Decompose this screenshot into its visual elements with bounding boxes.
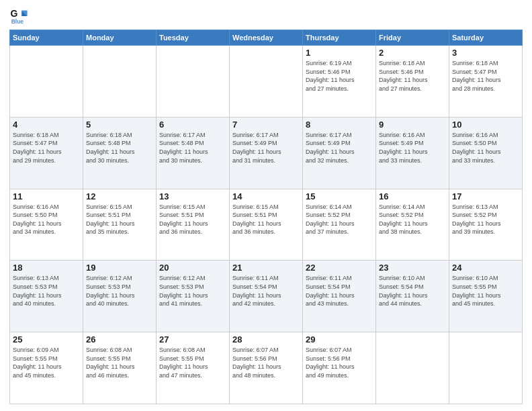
day-info: Sunrise: 6:07 AM Sunset: 5:56 PM Dayligh…: [232, 346, 300, 379]
calendar-cell: 12Sunrise: 6:15 AM Sunset: 5:51 PM Dayli…: [83, 189, 157, 261]
day-info: Sunrise: 6:16 AM Sunset: 5:49 PM Dayligh…: [379, 131, 446, 165]
day-number: 18: [13, 263, 80, 273]
calendar-body: 1Sunrise: 6:19 AM Sunset: 5:46 PM Daylig…: [10, 46, 523, 404]
day-info: Sunrise: 6:16 AM Sunset: 5:50 PM Dayligh…: [13, 203, 80, 236]
day-info: Sunrise: 6:18 AM Sunset: 5:46 PM Dayligh…: [379, 59, 446, 93]
weekday-header-thursday: Thursday: [303, 30, 376, 46]
day-info: Sunrise: 6:18 AM Sunset: 5:47 PM Dayligh…: [452, 59, 519, 93]
day-number: 25: [13, 334, 80, 345]
calendar-cell: 21Sunrise: 6:11 AM Sunset: 5:54 PM Dayli…: [230, 261, 303, 332]
day-info: Sunrise: 6:11 AM Sunset: 5:54 PM Dayligh…: [306, 274, 373, 308]
calendar-cell: 11Sunrise: 6:16 AM Sunset: 5:50 PM Dayli…: [10, 189, 83, 261]
calendar-cell: [10, 46, 83, 118]
day-number: 12: [86, 191, 153, 201]
day-number: 14: [232, 191, 300, 201]
calendar-cell: 27Sunrise: 6:08 AM Sunset: 5:55 PM Dayli…: [157, 332, 230, 404]
day-number: 19: [86, 263, 153, 273]
day-info: Sunrise: 6:10 AM Sunset: 5:55 PM Dayligh…: [452, 274, 519, 308]
day-info: Sunrise: 6:19 AM Sunset: 5:46 PM Dayligh…: [306, 59, 373, 93]
calendar-cell: 25Sunrise: 6:09 AM Sunset: 5:55 PM Dayli…: [10, 332, 83, 404]
week-row-1: 1Sunrise: 6:19 AM Sunset: 5:46 PM Daylig…: [10, 46, 523, 118]
page: G Blue SundayMondayTuesdayWednesdayThurs…: [0, 0, 532, 411]
day-number: 27: [159, 334, 226, 345]
calendar-cell: 2Sunrise: 6:18 AM Sunset: 5:46 PM Daylig…: [376, 46, 449, 118]
calendar-cell: [157, 46, 230, 118]
header: G Blue: [9, 7, 523, 26]
calendar-cell: 4Sunrise: 6:18 AM Sunset: 5:47 PM Daylig…: [10, 117, 83, 189]
calendar-cell: [83, 46, 157, 118]
day-info: Sunrise: 6:15 AM Sunset: 5:51 PM Dayligh…: [232, 203, 300, 236]
day-number: 11: [13, 191, 80, 201]
day-number: 26: [86, 334, 153, 345]
day-info: Sunrise: 6:12 AM Sunset: 5:53 PM Dayligh…: [159, 274, 226, 308]
svg-text:Blue: Blue: [11, 18, 24, 25]
day-number: 6: [159, 120, 226, 130]
day-info: Sunrise: 6:17 AM Sunset: 5:49 PM Dayligh…: [306, 131, 373, 165]
weekday-header-monday: Monday: [83, 30, 157, 46]
weekday-header-saturday: Saturday: [449, 30, 523, 46]
calendar-cell: 3Sunrise: 6:18 AM Sunset: 5:47 PM Daylig…: [449, 46, 523, 118]
svg-text:G: G: [10, 8, 17, 19]
day-number: 1: [306, 48, 373, 58]
day-number: 13: [159, 191, 226, 201]
day-info: Sunrise: 6:12 AM Sunset: 5:53 PM Dayligh…: [86, 274, 153, 308]
calendar-cell: 7Sunrise: 6:17 AM Sunset: 5:49 PM Daylig…: [230, 117, 303, 189]
day-number: 7: [232, 120, 300, 130]
day-number: 24: [452, 263, 519, 273]
day-info: Sunrise: 6:17 AM Sunset: 5:48 PM Dayligh…: [159, 131, 226, 165]
calendar-cell: 17Sunrise: 6:13 AM Sunset: 5:52 PM Dayli…: [449, 189, 523, 261]
day-number: 16: [379, 191, 446, 201]
week-row-3: 11Sunrise: 6:16 AM Sunset: 5:50 PM Dayli…: [10, 189, 523, 261]
calendar-cell: [230, 46, 303, 118]
day-number: 29: [306, 334, 373, 345]
weekday-header-wednesday: Wednesday: [230, 30, 303, 46]
calendar-cell: 9Sunrise: 6:16 AM Sunset: 5:49 PM Daylig…: [376, 117, 449, 189]
day-info: Sunrise: 6:09 AM Sunset: 5:55 PM Dayligh…: [13, 346, 80, 379]
day-info: Sunrise: 6:14 AM Sunset: 5:52 PM Dayligh…: [306, 203, 373, 236]
day-info: Sunrise: 6:15 AM Sunset: 5:51 PM Dayligh…: [86, 203, 153, 236]
day-number: 3: [452, 48, 519, 58]
weekday-header-row: SundayMondayTuesdayWednesdayThursdayFrid…: [10, 30, 523, 46]
day-info: Sunrise: 6:08 AM Sunset: 5:55 PM Dayligh…: [159, 346, 226, 379]
day-number: 22: [306, 263, 373, 273]
calendar-cell: 18Sunrise: 6:13 AM Sunset: 5:53 PM Dayli…: [10, 261, 83, 332]
weekday-header-friday: Friday: [376, 30, 449, 46]
day-info: Sunrise: 6:10 AM Sunset: 5:54 PM Dayligh…: [379, 274, 446, 308]
calendar-cell: 1Sunrise: 6:19 AM Sunset: 5:46 PM Daylig…: [303, 46, 376, 118]
day-info: Sunrise: 6:16 AM Sunset: 5:50 PM Dayligh…: [452, 131, 519, 165]
day-number: 28: [232, 334, 300, 345]
day-number: 15: [306, 191, 373, 201]
weekday-header-sunday: Sunday: [10, 30, 83, 46]
day-info: Sunrise: 6:11 AM Sunset: 5:54 PM Dayligh…: [232, 274, 300, 308]
day-number: 17: [452, 191, 519, 201]
logo-icon: G Blue: [9, 7, 28, 26]
day-info: Sunrise: 6:08 AM Sunset: 5:55 PM Dayligh…: [86, 346, 153, 379]
logo: G Blue: [9, 7, 31, 26]
week-row-4: 18Sunrise: 6:13 AM Sunset: 5:53 PM Dayli…: [10, 261, 523, 332]
calendar-cell: 10Sunrise: 6:16 AM Sunset: 5:50 PM Dayli…: [449, 117, 523, 189]
day-info: Sunrise: 6:17 AM Sunset: 5:49 PM Dayligh…: [232, 131, 300, 165]
calendar-cell: [376, 332, 449, 404]
calendar-cell: 23Sunrise: 6:10 AM Sunset: 5:54 PM Dayli…: [376, 261, 449, 332]
day-number: 4: [13, 120, 80, 130]
day-number: 8: [306, 120, 373, 130]
calendar-cell: 28Sunrise: 6:07 AM Sunset: 5:56 PM Dayli…: [230, 332, 303, 404]
calendar-cell: 15Sunrise: 6:14 AM Sunset: 5:52 PM Dayli…: [303, 189, 376, 261]
day-number: 5: [86, 120, 153, 130]
day-number: 21: [232, 263, 300, 273]
day-number: 10: [452, 120, 519, 130]
calendar-cell: 5Sunrise: 6:18 AM Sunset: 5:48 PM Daylig…: [83, 117, 157, 189]
calendar-cell: 16Sunrise: 6:14 AM Sunset: 5:52 PM Dayli…: [376, 189, 449, 261]
day-info: Sunrise: 6:18 AM Sunset: 5:48 PM Dayligh…: [86, 131, 153, 165]
calendar-cell: 6Sunrise: 6:17 AM Sunset: 5:48 PM Daylig…: [157, 117, 230, 189]
calendar-cell: 14Sunrise: 6:15 AM Sunset: 5:51 PM Dayli…: [230, 189, 303, 261]
day-info: Sunrise: 6:07 AM Sunset: 5:56 PM Dayligh…: [306, 346, 373, 379]
calendar-cell: 19Sunrise: 6:12 AM Sunset: 5:53 PM Dayli…: [83, 261, 157, 332]
day-number: 23: [379, 263, 446, 273]
day-number: 2: [379, 48, 446, 58]
calendar-header: SundayMondayTuesdayWednesdayThursdayFrid…: [10, 30, 523, 46]
day-info: Sunrise: 6:13 AM Sunset: 5:53 PM Dayligh…: [13, 274, 80, 308]
day-number: 20: [159, 263, 226, 273]
weekday-header-tuesday: Tuesday: [157, 30, 230, 46]
day-number: 9: [379, 120, 446, 130]
